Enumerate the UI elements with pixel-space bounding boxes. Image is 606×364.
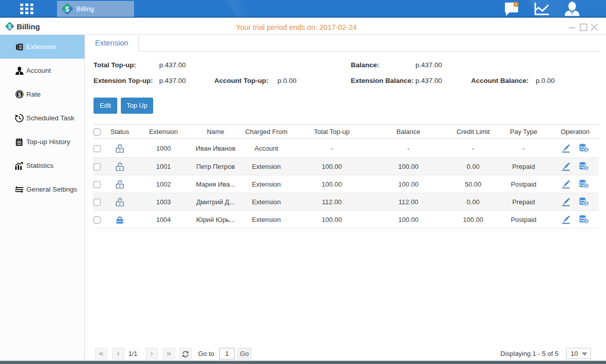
svg-text:$: $ [585, 219, 587, 224]
svg-text:$: $ [585, 184, 587, 189]
svg-text:!: ! [516, 2, 517, 7]
svg-text:$: $ [585, 166, 587, 171]
svg-text:$: $ [18, 92, 21, 98]
svg-text:$: $ [585, 201, 587, 206]
svg-text:$: $ [65, 5, 70, 13]
svg-text:$: $ [585, 148, 587, 153]
